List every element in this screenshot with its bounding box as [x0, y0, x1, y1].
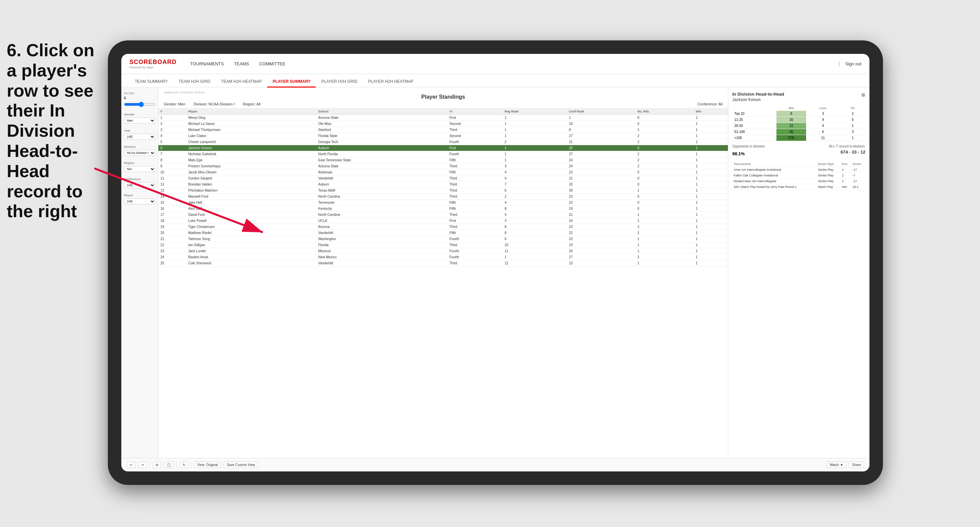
cell-win: 1: [694, 175, 728, 181]
cell-reg: 2: [503, 194, 567, 200]
tab-player-h2h-grid[interactable]: PLAYER H2H GRID: [316, 76, 363, 87]
cell-yr: Fifth: [447, 200, 503, 206]
table-row[interactable]: 7 Nicholas Gabrelcik North Florida Fourt…: [158, 151, 728, 157]
cell-num: 18: [158, 218, 186, 224]
table-row[interactable]: 23 Jack Lundin Missouri Fourth 11 24 1 1: [158, 248, 728, 254]
tab-team-h2h-heatmap[interactable]: TEAM H2H HEATMAP: [216, 76, 267, 87]
cell-yr: Fourth: [447, 139, 503, 145]
table-row[interactable]: 19 Tiger Christensen Arizona Third 8 23 …: [158, 224, 728, 230]
tourney-row-3[interactable]: Mirabel Maui Jim Intercollegiate Stroke …: [732, 178, 865, 184]
table-row[interactable]: 13 Phichaksn Maichon Texas A&M Third 6 3…: [158, 187, 728, 194]
cell-num: 5: [158, 139, 186, 145]
cell-rds: 8: [636, 115, 694, 121]
gender-select[interactable]: Men: [124, 117, 155, 124]
tab-player-h2h-heatmap[interactable]: PLAYER H2H HEATMAP: [363, 76, 419, 87]
h2h-row-11-25[interactable]: 11-25 20 9 5: [732, 117, 865, 123]
table-row[interactable]: 4 Luke Claton Florida State Second 1 27 …: [158, 133, 728, 139]
table-row[interactable]: 12 Brendan Valdes Auburn Third 7 20 0 1: [158, 181, 728, 187]
region-select[interactable]: N/A: [124, 166, 155, 172]
tourney-type-1: Stroke Play: [816, 167, 840, 173]
h2h-tie-26-50: 1: [840, 123, 865, 129]
tab-team-summary[interactable]: TEAM SUMMARY: [129, 76, 173, 87]
h2h-row-26-50[interactable]: 26-50 22 4 1: [732, 123, 865, 129]
nav-tournaments[interactable]: TOURNAMENTS: [190, 60, 224, 68]
player-select[interactable]: (All): [124, 198, 155, 205]
redo-button[interactable]: ↪: [138, 462, 147, 468]
view-original-button[interactable]: View: Original: [194, 462, 221, 468]
cell-win: 1: [694, 224, 728, 230]
table-row[interactable]: 22 Ian Gilligan Florida Third 10 24 1 1: [158, 242, 728, 248]
cell-school: Missouri: [316, 248, 447, 254]
sign-out-button[interactable]: Sign out: [845, 60, 861, 68]
table-row[interactable]: 9 Preston Summerhays Arizona State Third…: [158, 163, 728, 169]
table-row[interactable]: 6 Jackson Koivun Auburn First 1 29 0 1: [158, 145, 728, 151]
col-player: Player: [186, 108, 316, 115]
h2h-col-tie: Tie: [840, 105, 865, 111]
tourney-pos-3: 2: [840, 178, 851, 184]
cell-yr: Third: [447, 260, 503, 267]
nav-dots: ⋮: [837, 62, 841, 66]
h2h-col-loss: Loss: [806, 105, 840, 111]
cell-win: 1: [694, 139, 728, 145]
h2h-row-top10[interactable]: Top 10 8 3 2: [732, 111, 865, 117]
tab-player-summary[interactable]: PLAYER SUMMARY: [267, 76, 316, 87]
conference-select[interactable]: (All): [124, 182, 155, 188]
nav-teams[interactable]: TEAMS: [234, 60, 249, 68]
table-row[interactable]: 3 Michael Thorbjornsen Stanford Third 1 …: [158, 127, 728, 133]
standings-table: # Player School Yr Reg Rank Conf Rank No…: [158, 108, 728, 267]
no-rds-slider[interactable]: [124, 102, 155, 108]
undo-button[interactable]: ↩: [127, 462, 135, 468]
table-row[interactable]: 16 Alex Goff Kentucky Fifth 8 19 0 1: [158, 206, 728, 212]
tourney-col-type: Event Type: [816, 161, 840, 167]
division-label: Division: [124, 145, 155, 149]
tourney-row-2[interactable]: Fallen Oak Collegiate Invitational Strok…: [732, 173, 865, 178]
h2h-row-100plus[interactable]: >100 578 11 1: [732, 135, 865, 141]
table-row[interactable]: 15 Jake Hall Tennessee Fifth 4 22 0 1: [158, 200, 728, 206]
table-row[interactable]: 24 Bastien Amat New Mexico Fourth 1 27 2…: [158, 254, 728, 260]
h2h-win-11-25: 20: [776, 117, 806, 123]
table-row[interactable]: 17 David Ford North Carolina Third 4 21 …: [158, 212, 728, 218]
cell-player: David Ford: [186, 212, 316, 218]
cell-school: Arizona State: [316, 115, 447, 121]
toolbar-sep-2: [177, 462, 177, 468]
table-row[interactable]: 20 Matthew Riedel Vanderbilt Fifth 8 22 …: [158, 230, 728, 236]
instruction-text: 6. Click on a player's row to see their …: [0, 40, 105, 222]
year-select[interactable]: (All): [124, 134, 155, 140]
standings-scroll[interactable]: # Player School Yr Reg Rank Conf Rank No…: [158, 108, 728, 458]
watch-button[interactable]: Watch ▼: [827, 462, 846, 468]
h2h-close-button[interactable]: ⊗: [861, 92, 865, 98]
table-row[interactable]: 25 Cole Sherwood Vanderbilt Third 12 23 …: [158, 260, 728, 267]
cell-player: Tiger Christensen: [186, 224, 316, 230]
cell-conf: 22: [567, 230, 635, 236]
h2h-row-51-100[interactable]: 51-100 46 6 3: [732, 129, 865, 135]
panel-header: Update time: 27/03/2024 16:56:26 Player …: [158, 87, 728, 108]
save-custom-button[interactable]: Save Custom View: [224, 462, 258, 468]
table-row[interactable]: 18 Luke Powell UCLA First 3 24 1 1: [158, 218, 728, 224]
table-row[interactable]: 21 Taehoon Song Washington Fourth 6 23 1…: [158, 236, 728, 242]
tab-team-h2h-grid[interactable]: TEAM H2H GRID: [173, 76, 216, 87]
tourney-row-1[interactable]: Amer Am Intercollegiate Invitational Str…: [732, 167, 865, 173]
cell-yr: Fourth: [447, 254, 503, 260]
h2h-win-top10: 8: [776, 111, 806, 117]
copy-button[interactable]: ⧉: [153, 462, 161, 468]
cell-num: 15: [158, 200, 186, 206]
table-row[interactable]: 14 Maxwell Ford North Carolina Third 2 2…: [158, 194, 728, 200]
cell-player: Wenyi Ding: [186, 115, 316, 121]
cell-player: Jacob Mou-Olesen: [186, 169, 316, 175]
nav-committee[interactable]: COMMITTEE: [259, 60, 285, 68]
tourney-row-4[interactable]: SEC Match Play hosted by Jerry Pate Roun…: [732, 184, 865, 190]
sidebar-division: Division NCAA Division I: [124, 145, 155, 156]
paste-button[interactable]: 📋: [164, 462, 174, 468]
share-button[interactable]: Share: [849, 462, 864, 468]
table-row[interactable]: 11 Gordon Sargent Vanderbilt Third 4 21 …: [158, 175, 728, 181]
cell-conf: 18: [567, 121, 635, 127]
filter-division: Division: NCAA Division I: [193, 102, 235, 106]
cell-yr: Third: [447, 194, 503, 200]
table-row[interactable]: 1 Wenyi Ding Arizona State First 1 1 8 1: [158, 115, 728, 121]
table-row[interactable]: 5 Christo Lamprecht Georgia Tech Fourth …: [158, 139, 728, 145]
table-row[interactable]: 8 Mats Ege East Tennessee State Fifth 1 …: [158, 157, 728, 163]
table-row[interactable]: 10 Jacob Mou-Olesen Arkansas Fifth 4 23 …: [158, 169, 728, 175]
division-select[interactable]: NCAA Division I: [124, 150, 155, 156]
table-row[interactable]: 2 Michael La Sasso Ole Miss Second 1 18 …: [158, 121, 728, 127]
refresh-button[interactable]: ↻: [180, 462, 188, 468]
